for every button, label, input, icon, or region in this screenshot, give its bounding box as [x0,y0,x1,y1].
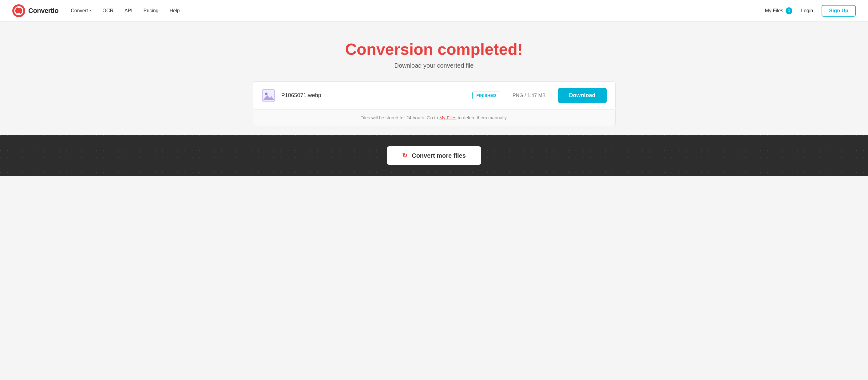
navbar: Convertio Convert ▾ OCR API Pricing Help… [0,0,868,22]
convert-more-button[interactable]: ↻ Convert more files [387,146,481,165]
content-area: Conversion completed! Download your conv… [0,22,868,126]
conversion-subtitle: Download your converted file [253,62,616,69]
nav-convert[interactable]: Convert ▾ [71,8,91,13]
my-files-storage-link[interactable]: My Files [439,115,457,120]
status-badge: FINISHED [472,92,500,99]
logo-text: Convertio [28,7,58,15]
file-type-icon [262,89,275,102]
convert-more-label: Convert more files [412,152,466,159]
nav-ocr[interactable]: OCR [102,8,114,13]
content-inner: Conversion completed! Download your conv… [253,40,616,126]
file-name: P1065071.webp [281,92,466,99]
nav-pricing[interactable]: Pricing [144,8,159,13]
file-format-size: PNG / 1.47 MB [513,93,546,98]
my-files-badge: 1 [785,7,793,14]
my-files-link[interactable]: My Files 1 [765,7,793,14]
logo-icon [12,4,25,17]
conversion-heading: Conversion completed! Download your conv… [253,40,616,69]
storage-note: Files will be stored for 24 hours. Go to… [253,109,616,126]
download-button[interactable]: Download [558,88,607,103]
nav-help[interactable]: Help [169,8,180,13]
convert-more-section: ↻ Convert more files [0,135,868,176]
conversion-title: Conversion completed! [253,40,616,58]
logo[interactable]: Convertio [12,4,58,17]
nav-right: My Files 1 Login Sign Up [765,5,856,17]
refresh-icon: ↻ [402,152,407,159]
chevron-down-icon: ▾ [90,9,91,12]
svg-point-2 [265,93,268,95]
file-card: P1065071.webp FINISHED PNG / 1.47 MB Dow… [253,82,616,109]
nav-api[interactable]: API [125,8,132,13]
login-link[interactable]: Login [801,8,813,13]
signup-button[interactable]: Sign Up [822,5,856,17]
nav-links: Convert ▾ OCR API Pricing Help [71,8,765,13]
